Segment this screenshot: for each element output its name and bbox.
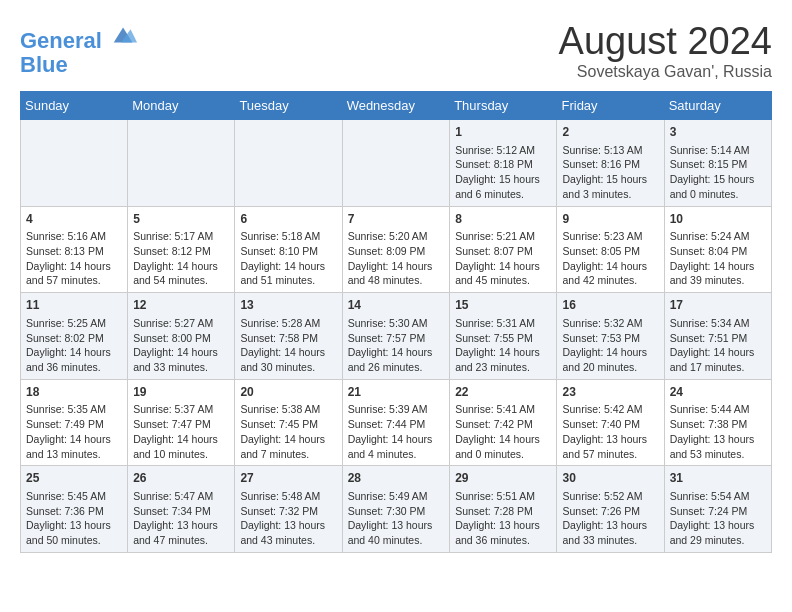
day-number: 4	[26, 211, 122, 228]
cell-info: and 10 minutes.	[133, 447, 229, 462]
cell-info: Sunrise: 5:34 AM	[670, 316, 766, 331]
cell-info: Daylight: 15 hours	[670, 172, 766, 187]
cell-info: and 54 minutes.	[133, 273, 229, 288]
day-number: 7	[348, 211, 445, 228]
cell-info: and 33 minutes.	[562, 533, 658, 548]
cell-info: and 36 minutes.	[455, 533, 551, 548]
cell-info: and 29 minutes.	[670, 533, 766, 548]
cell-info: and 42 minutes.	[562, 273, 658, 288]
day-number: 6	[240, 211, 336, 228]
cell-info: and 30 minutes.	[240, 360, 336, 375]
day-number: 17	[670, 297, 766, 314]
day-number: 11	[26, 297, 122, 314]
calendar-cell: 15Sunrise: 5:31 AMSunset: 7:55 PMDayligh…	[450, 293, 557, 380]
day-number: 1	[455, 124, 551, 141]
cell-info: Sunset: 7:24 PM	[670, 504, 766, 519]
cell-info: Sunrise: 5:49 AM	[348, 489, 445, 504]
cell-info: Daylight: 13 hours	[133, 518, 229, 533]
cell-info: Sunrise: 5:44 AM	[670, 402, 766, 417]
page-header: General Blue August 2024 Sovetskaya Gava…	[20, 20, 772, 81]
day-number: 26	[133, 470, 229, 487]
cell-info: Daylight: 13 hours	[26, 518, 122, 533]
calendar-cell: 30Sunrise: 5:52 AMSunset: 7:26 PMDayligh…	[557, 466, 664, 553]
cell-info: Sunrise: 5:54 AM	[670, 489, 766, 504]
logo-icon	[110, 20, 138, 48]
calendar-cell: 18Sunrise: 5:35 AMSunset: 7:49 PMDayligh…	[21, 379, 128, 466]
cell-info: and 17 minutes.	[670, 360, 766, 375]
cell-info: and 57 minutes.	[26, 273, 122, 288]
cell-info: Sunrise: 5:51 AM	[455, 489, 551, 504]
cell-info: Sunrise: 5:16 AM	[26, 229, 122, 244]
weekday-header-row: SundayMondayTuesdayWednesdayThursdayFrid…	[21, 92, 772, 120]
calendar-cell: 13Sunrise: 5:28 AMSunset: 7:58 PMDayligh…	[235, 293, 342, 380]
cell-info: Daylight: 13 hours	[240, 518, 336, 533]
calendar-cell: 20Sunrise: 5:38 AMSunset: 7:45 PMDayligh…	[235, 379, 342, 466]
cell-info: and 48 minutes.	[348, 273, 445, 288]
cell-info: Sunrise: 5:18 AM	[240, 229, 336, 244]
cell-info: Sunrise: 5:35 AM	[26, 402, 122, 417]
cell-info: Daylight: 14 hours	[240, 259, 336, 274]
calendar-cell: 5Sunrise: 5:17 AMSunset: 8:12 PMDaylight…	[128, 206, 235, 293]
cell-info: Daylight: 14 hours	[26, 345, 122, 360]
cell-info: Daylight: 14 hours	[562, 259, 658, 274]
cell-info: Sunset: 7:30 PM	[348, 504, 445, 519]
cell-info: Sunrise: 5:24 AM	[670, 229, 766, 244]
cell-info: Sunset: 7:45 PM	[240, 417, 336, 432]
cell-info: Sunset: 8:05 PM	[562, 244, 658, 259]
calendar-cell: 6Sunrise: 5:18 AMSunset: 8:10 PMDaylight…	[235, 206, 342, 293]
day-number: 30	[562, 470, 658, 487]
cell-info: Sunset: 7:44 PM	[348, 417, 445, 432]
cell-info: and 4 minutes.	[348, 447, 445, 462]
cell-info: Sunset: 7:53 PM	[562, 331, 658, 346]
cell-info: Sunset: 7:28 PM	[455, 504, 551, 519]
cell-info: Daylight: 14 hours	[348, 432, 445, 447]
cell-info: Sunrise: 5:12 AM	[455, 143, 551, 158]
cell-info: and 33 minutes.	[133, 360, 229, 375]
day-number: 5	[133, 211, 229, 228]
weekday-header: Friday	[557, 92, 664, 120]
weekday-header: Thursday	[450, 92, 557, 120]
cell-info: Sunrise: 5:13 AM	[562, 143, 658, 158]
cell-info: Sunset: 8:02 PM	[26, 331, 122, 346]
cell-info: Sunset: 8:18 PM	[455, 157, 551, 172]
calendar-cell: 31Sunrise: 5:54 AMSunset: 7:24 PMDayligh…	[664, 466, 771, 553]
title-block: August 2024 Sovetskaya Gavan', Russia	[559, 20, 772, 81]
day-number: 23	[562, 384, 658, 401]
calendar-cell: 19Sunrise: 5:37 AMSunset: 7:47 PMDayligh…	[128, 379, 235, 466]
cell-info: and 26 minutes.	[348, 360, 445, 375]
cell-info: Daylight: 14 hours	[670, 259, 766, 274]
calendar-cell: 22Sunrise: 5:41 AMSunset: 7:42 PMDayligh…	[450, 379, 557, 466]
calendar-cell: 21Sunrise: 5:39 AMSunset: 7:44 PMDayligh…	[342, 379, 450, 466]
cell-info: Sunrise: 5:47 AM	[133, 489, 229, 504]
cell-info: Daylight: 13 hours	[455, 518, 551, 533]
cell-info: Sunset: 7:26 PM	[562, 504, 658, 519]
calendar-cell: 11Sunrise: 5:25 AMSunset: 8:02 PMDayligh…	[21, 293, 128, 380]
cell-info: Sunset: 7:49 PM	[26, 417, 122, 432]
cell-info: and 6 minutes.	[455, 187, 551, 202]
calendar-cell: 8Sunrise: 5:21 AMSunset: 8:07 PMDaylight…	[450, 206, 557, 293]
calendar-cell: 16Sunrise: 5:32 AMSunset: 7:53 PMDayligh…	[557, 293, 664, 380]
calendar-cell	[128, 120, 235, 207]
day-number: 29	[455, 470, 551, 487]
cell-info: Daylight: 15 hours	[562, 172, 658, 187]
cell-info: Daylight: 14 hours	[133, 259, 229, 274]
cell-info: Sunrise: 5:31 AM	[455, 316, 551, 331]
cell-info: Sunset: 8:10 PM	[240, 244, 336, 259]
day-number: 13	[240, 297, 336, 314]
cell-info: Sunrise: 5:17 AM	[133, 229, 229, 244]
day-number: 20	[240, 384, 336, 401]
day-number: 18	[26, 384, 122, 401]
cell-info: Daylight: 14 hours	[455, 432, 551, 447]
cell-info: Sunrise: 5:45 AM	[26, 489, 122, 504]
calendar-cell: 7Sunrise: 5:20 AMSunset: 8:09 PMDaylight…	[342, 206, 450, 293]
calendar-week-row: 11Sunrise: 5:25 AMSunset: 8:02 PMDayligh…	[21, 293, 772, 380]
cell-info: Daylight: 14 hours	[455, 345, 551, 360]
cell-info: Sunrise: 5:30 AM	[348, 316, 445, 331]
cell-info: and 20 minutes.	[562, 360, 658, 375]
day-number: 12	[133, 297, 229, 314]
day-number: 24	[670, 384, 766, 401]
cell-info: and 45 minutes.	[455, 273, 551, 288]
cell-info: Sunset: 7:57 PM	[348, 331, 445, 346]
cell-info: Sunset: 7:34 PM	[133, 504, 229, 519]
cell-info: and 36 minutes.	[26, 360, 122, 375]
